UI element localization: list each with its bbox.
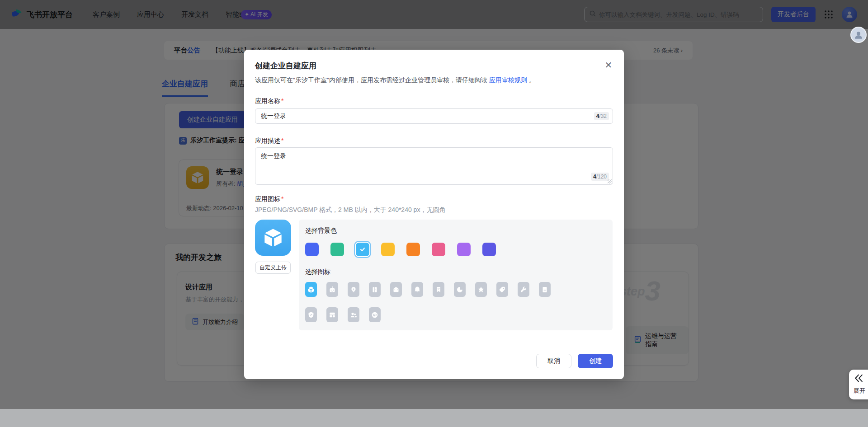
close-icon[interactable]: ✕	[603, 60, 614, 70]
icon-option-pie-icon[interactable]	[454, 282, 466, 297]
name-counter: 4/32	[594, 112, 609, 120]
expand-label: 展开	[854, 387, 868, 395]
create-button[interactable]: 创建	[578, 354, 613, 368]
icon-option-code-icon[interactable]	[369, 307, 381, 322]
bg-color-row	[305, 243, 606, 256]
bg-color-swatch-2[interactable]	[356, 243, 369, 256]
double-chevron-left-icon	[854, 376, 863, 384]
bg-color-label: 选择背景色	[305, 227, 606, 235]
icon-option-book-icon[interactable]	[369, 282, 381, 297]
icon-option-cube-icon[interactable]	[305, 282, 317, 297]
bg-color-swatch-7[interactable]	[482, 243, 496, 256]
modal-footer: 取消 创建	[536, 354, 613, 368]
icon-option-layout-icon[interactable]	[326, 307, 338, 322]
name-field-label: 应用名称*	[255, 97, 283, 105]
page: 飞书开放平台 客户案例应用中心开发文档智能助手 ✦ AI 开发 开发者后台	[0, 0, 868, 427]
icon-option-wrench-icon[interactable]	[518, 282, 529, 297]
icon-option-bell-icon[interactable]	[411, 282, 423, 297]
custom-upload-button[interactable]: 自定义上传	[255, 262, 291, 274]
app-desc-value: 统一登录	[261, 152, 607, 160]
bg-color-swatch-1[interactable]	[330, 243, 344, 256]
floating-avatar[interactable]	[850, 27, 867, 43]
icon-field-label: 应用图标*	[255, 195, 283, 203]
resize-grip[interactable]	[608, 179, 612, 183]
icon-format-hint: JPEG/PNG/SVG/BMP 格式，2 MB 以内，大于 240*240 p…	[255, 206, 445, 214]
app-icon-preview	[255, 220, 291, 256]
icon-option-bookmark-icon[interactable]	[433, 282, 444, 297]
expand-sidebar-widget[interactable]: 展开	[849, 370, 868, 399]
icon-option-briefcase-icon[interactable]	[390, 282, 402, 297]
icon-option-doc-icon[interactable]	[539, 282, 551, 297]
desc-field-label: 应用描述*	[255, 137, 283, 145]
bg-color-swatch-6[interactable]	[457, 243, 471, 256]
bg-color-swatch-3[interactable]	[381, 243, 395, 256]
cancel-button[interactable]: 取消	[536, 354, 571, 368]
icon-picker-panel: 选择背景色 选择图标	[299, 220, 613, 330]
icon-option-shield-icon[interactable]	[305, 307, 317, 322]
icon-grid	[305, 282, 606, 322]
bg-color-swatch-5[interactable]	[432, 243, 445, 256]
modal-title: 创建企业自建应用	[255, 61, 613, 71]
modal-description: 该应用仅可在"乐汐工作室"内部使用，应用发布需经过企业管理员审核，请仔细阅读 应…	[255, 76, 613, 84]
bg-color-swatch-4[interactable]	[406, 243, 420, 256]
create-app-modal: 创建企业自建应用 ✕ 该应用仅可在"乐汐工作室"内部使用，应用发布需经过企业管理…	[244, 50, 624, 379]
page-bottom-strip	[0, 409, 868, 427]
desc-counter: 4/120	[591, 173, 609, 181]
icon-select-label: 选择图标	[305, 268, 606, 276]
icon-option-robot-icon[interactable]	[326, 282, 338, 297]
icon-option-tag-icon[interactable]	[496, 282, 508, 297]
icon-option-star-icon[interactable]	[475, 282, 487, 297]
icon-option-bulb-icon[interactable]	[348, 282, 359, 297]
check-icon	[356, 243, 369, 256]
bg-color-swatch-0[interactable]	[305, 243, 319, 256]
review-rules-link[interactable]: 应用审核规则	[489, 76, 527, 84]
app-name-input[interactable]	[261, 113, 594, 120]
app-name-field: 4/32	[255, 108, 613, 124]
app-desc-textarea[interactable]: 统一登录 4/120	[255, 147, 613, 185]
icon-option-users-icon[interactable]	[348, 307, 359, 322]
